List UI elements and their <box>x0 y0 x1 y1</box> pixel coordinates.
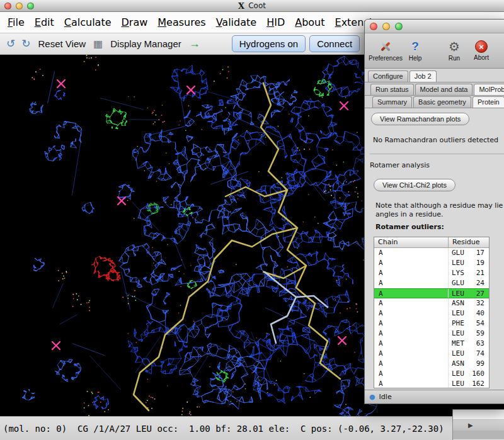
residue-cell: LEU 59 <box>449 329 489 339</box>
menu-item[interactable]: Calculate <box>59 13 117 33</box>
residue-cell: LEU 27 <box>449 289 489 298</box>
rotamer-row[interactable]: A LYS 21 <box>374 268 489 278</box>
chain-cell: A <box>374 359 449 369</box>
residue-cell: MET 63 <box>449 339 489 349</box>
tab[interactable]: Job 2 <box>410 71 437 82</box>
rotamer-row[interactable]: A LEU 59 <box>374 329 489 339</box>
view-chi-plots-button[interactable]: View Chi1-Chi2 plots <box>374 179 455 191</box>
hydrogens-toggle[interactable]: Hydrogens on <box>232 35 306 52</box>
residue-number: 32 <box>476 298 489 308</box>
rotamer-note: Note that although a residue may lie ang… <box>375 201 504 219</box>
tab[interactable]: Basic geometry <box>413 96 471 108</box>
reset-view-button[interactable]: Reset View <box>36 37 89 51</box>
close-button[interactable] <box>370 23 377 30</box>
result-tabs: Run status Model and data MolProbity <box>365 82 504 96</box>
rotamer-row[interactable]: A GLU 24 <box>374 278 489 288</box>
rotamer-note-line2: angles in a residue. <box>375 210 504 219</box>
go-arrow-button[interactable]: → <box>188 37 202 50</box>
tab-label: Protein <box>478 98 500 106</box>
residue-cell: PHE 54 <box>449 319 489 329</box>
table-rows: A GLU 17 A LEU 19 <box>374 248 489 388</box>
residue-number: 27 <box>476 289 489 298</box>
menu-item[interactable]: Edit <box>30 13 59 33</box>
tab-label: MolProbity <box>479 86 504 93</box>
corner-panel-content <box>453 410 504 420</box>
help-button[interactable]: ? Help <box>404 35 427 67</box>
tab[interactable]: Configure <box>368 71 408 82</box>
residue-cell: LEU 162 <box>449 379 489 388</box>
rotamer-row[interactable]: A ASN 32 <box>374 298 489 308</box>
view-ramachandran-plots-button[interactable]: View Ramachandran plots <box>371 113 469 125</box>
zoom-button[interactable] <box>395 23 403 30</box>
corner-scrollbar[interactable]: ▶ <box>453 420 504 431</box>
rotamer-row[interactable]: A MET 63 <box>374 339 489 349</box>
tab[interactable]: Model and data <box>415 84 473 95</box>
abort-icon: × <box>475 40 488 53</box>
chain-cell: A <box>374 289 449 298</box>
residue-name: LEU <box>452 369 464 379</box>
residue-column-header[interactable]: Residue <box>449 237 489 247</box>
connect-toggle[interactable]: Connect <box>309 35 360 52</box>
residue-number: 160 <box>472 369 489 379</box>
rotamer-row[interactable]: A LEU 27 <box>374 288 489 298</box>
rotamer-row[interactable]: A ASN 99 <box>374 359 489 369</box>
rotamer-note-line1: Note that although a residue may lie <box>375 201 504 210</box>
window-title: X Coot <box>0 0 504 12</box>
chain-column-header[interactable]: Chain <box>374 237 449 247</box>
preferences-button[interactable]: Preferences <box>367 35 404 67</box>
tab[interactable]: Run status <box>370 84 414 95</box>
rotamer-row[interactable]: A PHE 54 <box>374 319 489 329</box>
residue-name: ASN <box>452 298 464 308</box>
tab[interactable]: Protein <box>472 96 504 108</box>
rotamer-row[interactable]: A GLU 17 <box>374 248 489 258</box>
tab-label: Model and data <box>420 86 468 93</box>
run-button[interactable]: ⚙ Run <box>442 35 467 67</box>
window-controls <box>370 23 403 30</box>
screen: X Coot File Edit Calculate Draw Measures… <box>0 0 504 440</box>
rotamer-row[interactable]: A LEU 40 <box>374 308 489 319</box>
tools-icon <box>379 40 392 54</box>
molprobity-titlebar <box>365 20 504 33</box>
molprobity-section-tabs: Summary Basic geometry Protein C <box>365 96 504 108</box>
residue-number: 17 <box>476 248 489 258</box>
chain-cell: A <box>374 379 449 388</box>
chain-cell: A <box>374 308 449 319</box>
menu-item[interactable]: About <box>290 13 329 33</box>
menu-item[interactable]: HID <box>261 13 290 33</box>
residue-cell: LEU 40 <box>449 308 489 319</box>
coot-titlebar: X Coot <box>0 0 504 12</box>
chain-cell: A <box>374 298 449 308</box>
menu-item[interactable]: Validate <box>211 13 261 33</box>
molprobity-statusbar: ● Idle <box>365 390 504 403</box>
status-orb-icon: ● <box>369 393 375 400</box>
corner-scroll-panel: ▶ <box>452 409 504 440</box>
rotamer-row[interactable]: A LEU 19 <box>374 258 489 268</box>
display-manager-button[interactable]: Display Manager <box>108 37 184 51</box>
chain-cell: A <box>374 319 449 329</box>
residue-number: 19 <box>476 258 489 268</box>
protein-tab-content: View Ramachandran plots No Ramachandran … <box>365 108 504 390</box>
rotamer-row[interactable]: A LEU 162 <box>374 379 489 388</box>
residue-name: LEU <box>452 308 464 319</box>
tab[interactable]: MolProbity <box>474 84 504 95</box>
rotamer-outliers-label: Rotamer outliers: <box>375 223 444 231</box>
menu-item[interactable]: Draw <box>117 13 153 33</box>
undo-view-button[interactable]: ↺ <box>5 37 16 50</box>
x11-icon: X <box>238 1 244 11</box>
residue-cell: GLU 24 <box>449 278 489 288</box>
rotamer-row[interactable]: A LEU 160 <box>374 369 489 379</box>
menu-item[interactable]: File <box>3 13 30 33</box>
chain-cell: A <box>374 248 449 258</box>
menu-item[interactable]: Measures <box>152 13 210 33</box>
residue-number: 74 <box>476 349 489 359</box>
tab[interactable]: Summary <box>372 96 412 108</box>
residue-name: ASN <box>452 359 464 369</box>
residue-name: GLU <box>452 278 464 288</box>
redo-view-button[interactable]: ↻ <box>20 37 32 50</box>
abort-button[interactable]: × Abort <box>467 35 496 67</box>
minimize-button[interactable] <box>382 23 390 30</box>
rotamer-row[interactable]: A LEU 74 <box>374 349 489 359</box>
chain-cell: A <box>374 339 449 349</box>
residue-name: LEU <box>452 289 464 298</box>
tab-label: Configure <box>373 72 403 80</box>
